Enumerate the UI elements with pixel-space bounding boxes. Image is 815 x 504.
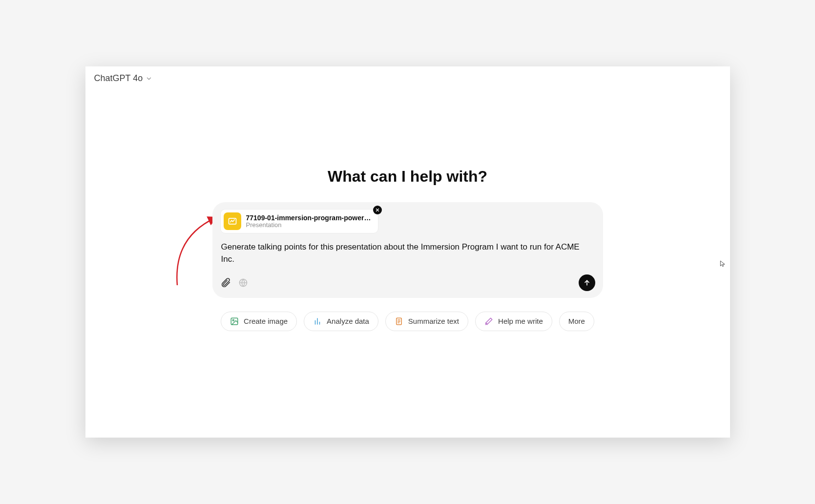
attachment-text: 77109-01-immersion-program-powerp… Prese…	[246, 214, 373, 229]
chip-label: Analyze data	[327, 317, 369, 325]
attachment-filename: 77109-01-immersion-program-powerp…	[246, 214, 373, 222]
suggestion-help-me-write[interactable]: Help me write	[475, 312, 552, 331]
composer: 77109-01-immersion-program-powerp… Prese…	[212, 202, 603, 297]
presentation-file-icon	[224, 212, 241, 230]
document-icon	[395, 317, 403, 326]
attachment-filetype: Presentation	[246, 222, 373, 229]
page-heading: What can I help with?	[328, 168, 487, 186]
header: ChatGPT 4o	[85, 66, 730, 90]
composer-left-tools	[220, 277, 249, 288]
arrow-up-icon	[583, 279, 591, 287]
model-label: ChatGPT 4o	[94, 73, 143, 84]
model-selector[interactable]: ChatGPT 4o	[94, 73, 153, 84]
globe-icon	[238, 278, 248, 288]
prompt-input[interactable]: Generate talking points for this present…	[220, 241, 595, 265]
chip-label: More	[568, 317, 585, 325]
chip-label: Create image	[244, 317, 288, 325]
send-button[interactable]	[579, 274, 595, 291]
close-icon	[375, 208, 380, 212]
attachment-chip[interactable]: 77109-01-immersion-program-powerp… Prese…	[220, 209, 378, 233]
composer-actions	[220, 274, 595, 291]
bar-chart-icon	[313, 317, 322, 326]
paperclip-icon	[220, 277, 231, 288]
chip-label: Summarize text	[408, 317, 459, 325]
app-window: ChatGPT 4o What can I help with?	[85, 66, 730, 438]
composer-wrapper: 77109-01-immersion-program-powerp… Prese…	[212, 202, 603, 297]
suggestion-row: Create image Analyze data Summarize text…	[221, 312, 594, 331]
chip-label: Help me write	[498, 317, 543, 325]
remove-attachment-button[interactable]	[373, 206, 382, 214]
attach-button[interactable]	[220, 277, 231, 288]
suggestion-summarize-text[interactable]: Summarize text	[385, 312, 468, 331]
suggestion-create-image[interactable]: Create image	[221, 312, 297, 331]
pencil-icon	[484, 317, 493, 326]
main-content: What can I help with?	[85, 90, 730, 438]
chevron-down-icon	[146, 75, 152, 82]
suggestion-analyze-data[interactable]: Analyze data	[304, 312, 378, 331]
web-browse-button[interactable]	[238, 277, 249, 288]
suggestion-more[interactable]: More	[559, 312, 594, 331]
image-icon	[230, 317, 239, 326]
svg-point-7	[232, 319, 234, 321]
